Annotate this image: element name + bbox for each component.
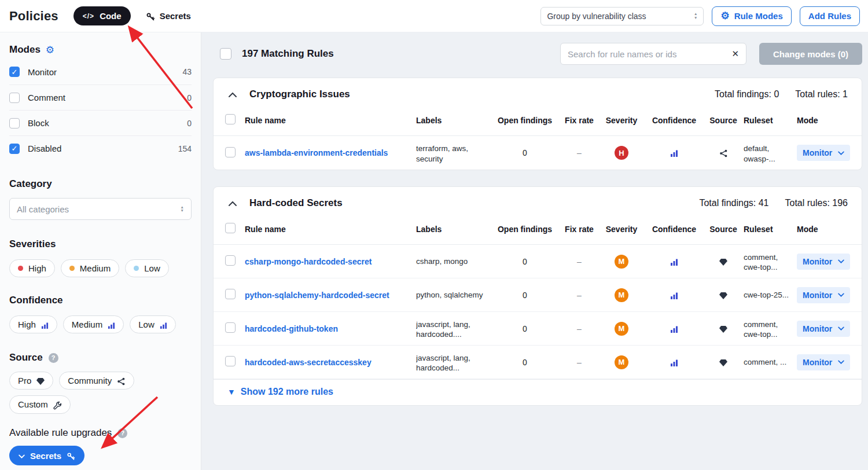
fix-rate-value: –: [561, 255, 601, 269]
confidence-bars-icon: [645, 355, 707, 369]
tab-secrets[interactable]: Secrets: [146, 10, 191, 21]
select-all-checkbox[interactable]: [220, 48, 231, 60]
mode-value: Monitor: [803, 324, 832, 333]
pill-label: High: [18, 320, 36, 329]
rule-labels: terraform, aws, security: [416, 141, 492, 164]
confidence-title: Confidence: [9, 295, 192, 306]
severity-badge: H: [615, 146, 628, 160]
clear-search-icon[interactable]: ✕: [731, 49, 739, 59]
pill-label: Custom: [18, 399, 48, 409]
select-stepper-icon: [694, 12, 697, 20]
source-filter-custom[interactable]: Custom: [9, 395, 71, 414]
upgrades-help-icon[interactable]: ?: [117, 428, 127, 438]
show-more-rules-link[interactable]: ▼ Show 192 more rules: [214, 379, 862, 405]
rule-labels: csharp, mongo: [416, 254, 492, 269]
table-header: Rule name Labels Open findings Fix rate …: [214, 107, 862, 136]
rule-name-link[interactable]: python-sqlalchemy-hardcoded-secret: [245, 291, 389, 300]
table-row: aws-lambda-environment-credentials terra…: [214, 136, 862, 170]
col-rule-name: Rule name: [245, 222, 416, 236]
source-help-icon[interactable]: ?: [49, 353, 58, 363]
row-checkbox[interactable]: [225, 147, 236, 157]
gem-icon: [707, 322, 744, 336]
category-value: All categories: [17, 204, 69, 214]
group-by-value: Group by vulnerability class: [547, 12, 646, 21]
rule-name-link[interactable]: hardcoded-aws-secretaccesskey: [245, 358, 372, 367]
row-checkbox[interactable]: [225, 255, 236, 266]
comment-checkbox[interactable]: [9, 93, 20, 103]
rule-modes-button[interactable]: ⚙ Rule Modes: [712, 6, 791, 26]
mode-dropdown[interactable]: Monitor: [797, 287, 850, 303]
pill-label: Medium: [72, 320, 102, 329]
block-checkbox[interactable]: [9, 118, 20, 128]
source-filter-pro[interactable]: Pro: [9, 372, 53, 390]
table-row: python-sqlalchemy-hardcoded-secret pytho…: [214, 278, 862, 312]
confidence-filter-medium[interactable]: Medium: [63, 315, 124, 333]
rule-search-input[interactable]: [568, 49, 727, 59]
source-title: Source: [9, 352, 43, 363]
group-by-select[interactable]: Group by vulnerability class: [540, 7, 704, 25]
table-row: csharp-mongo-hardcoded-secret csharp, mo…: [214, 245, 862, 278]
collapse-chevron-up-icon[interactable]: [225, 90, 240, 100]
top-header: Policies </> Code Secrets Group by vulne…: [0, 0, 868, 32]
confidence-filter-high[interactable]: High: [9, 315, 57, 333]
fix-rate-value: –: [561, 355, 601, 369]
row-checkbox[interactable]: [225, 322, 236, 333]
mode-row-block[interactable]: Block 0: [9, 110, 192, 135]
gem-icon: [707, 288, 744, 302]
tab-code[interactable]: </> Code: [73, 6, 131, 25]
tab-code-label: Code: [100, 11, 122, 21]
secrets-upgrade-button[interactable]: Secrets: [9, 446, 84, 465]
rule-labels: javascript, lang, hardcoded....: [416, 317, 492, 340]
mode-label: Disabled: [28, 144, 61, 153]
mode-value: Monitor: [803, 291, 832, 300]
total-findings: Total findings: 41: [699, 198, 768, 208]
collapse-chevron-up-icon[interactable]: [225, 199, 240, 208]
mode-row-disabled[interactable]: Disabled 154: [9, 135, 192, 161]
group-select-checkbox[interactable]: [225, 223, 236, 233]
group-select-checkbox[interactable]: [225, 114, 236, 124]
modes-settings-gear-icon[interactable]: ⚙: [46, 45, 54, 55]
rule-name-link[interactable]: hardcoded-github-token: [245, 324, 338, 333]
rule-name-link[interactable]: csharp-mongo-hardcoded-secret: [245, 257, 372, 266]
total-findings: Total findings: 0: [715, 89, 779, 100]
code-icon: </>: [83, 12, 94, 20]
chevron-down-icon: [19, 451, 25, 461]
disabled-checkbox[interactable]: [9, 144, 20, 154]
col-confidence: Confidence: [645, 222, 707, 236]
community-share-icon: [117, 376, 126, 385]
confidence-bars-icon: [108, 320, 115, 329]
mode-row-comment[interactable]: Comment 0: [9, 85, 192, 110]
category-select[interactable]: All categories: [9, 198, 192, 220]
change-modes-button[interactable]: Change modes (0): [759, 43, 862, 65]
mode-label: Block: [28, 118, 49, 128]
confidence-bars-icon: [41, 320, 49, 329]
rule-search-box: ✕: [560, 43, 746, 65]
key-icon: [146, 10, 155, 21]
mode-dropdown[interactable]: Monitor: [797, 145, 850, 161]
add-rules-button[interactable]: Add Rules: [800, 6, 860, 26]
add-rules-label: Add Rules: [808, 11, 851, 21]
col-rule-name: Rule name: [245, 113, 416, 127]
severity-badge: M: [615, 255, 628, 269]
confidence-bars-icon: [645, 254, 707, 268]
monitor-checkbox[interactable]: [9, 67, 20, 77]
source-filter-community[interactable]: Community: [59, 372, 134, 390]
severity-filter-high[interactable]: High: [9, 259, 55, 277]
severity-badge: M: [615, 288, 628, 302]
row-checkbox[interactable]: [225, 356, 236, 366]
confidence-filter-low[interactable]: Low: [130, 315, 176, 333]
mode-dropdown[interactable]: Monitor: [797, 254, 850, 270]
col-confidence: Confidence: [645, 113, 707, 127]
open-findings-value: 0: [492, 322, 561, 336]
rule-name-link[interactable]: aws-lambda-environment-credentials: [245, 148, 388, 157]
open-findings-value: 0: [492, 288, 561, 302]
col-fix-rate: Fix rate: [561, 222, 601, 236]
row-checkbox[interactable]: [225, 289, 236, 299]
severity-filter-medium[interactable]: Medium: [61, 259, 119, 277]
select-stepper-icon: [181, 205, 184, 213]
mode-row-monitor[interactable]: Monitor 43: [9, 59, 192, 85]
mode-dropdown[interactable]: Monitor: [797, 354, 850, 370]
severity-filter-low[interactable]: Low: [125, 259, 169, 277]
wrench-icon: [53, 399, 62, 410]
mode-dropdown[interactable]: Monitor: [797, 321, 850, 337]
